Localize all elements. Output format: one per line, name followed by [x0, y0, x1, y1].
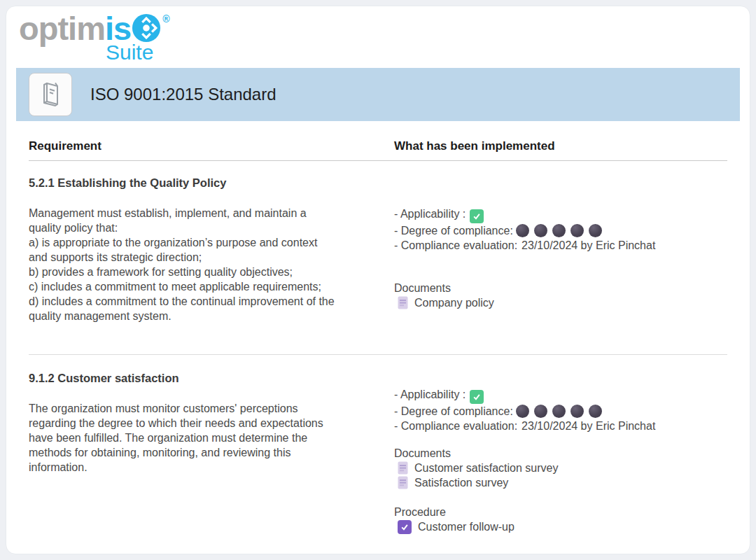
- requirement-row-912: 9.1.2 Customer satisfaction The organiza…: [29, 355, 727, 547]
- applicability-line: - Applicability :: [394, 387, 727, 404]
- page-title: ISO 9001:2015 Standard: [90, 85, 276, 104]
- compliance-dot: [570, 224, 584, 237]
- logo-suite-text: Suite: [106, 42, 750, 63]
- procedure-label: Procedure: [394, 505, 727, 519]
- applicability-checkbox[interactable]: [470, 209, 484, 223]
- applicability-checkbox[interactable]: [470, 390, 484, 404]
- requirement-cell: 5.2.1 Establishing the Quality Policy Ma…: [29, 176, 394, 323]
- document-icon: [398, 461, 408, 475]
- document-icon: [398, 476, 408, 489]
- compliance-dot: [552, 224, 566, 237]
- compass-icon: [131, 13, 161, 44]
- evaluation-value: 23/10/2024 by Eric Pinchat: [522, 420, 655, 432]
- degree-line: - Degree of compliance:: [394, 223, 727, 238]
- compliance-dot: [534, 224, 547, 237]
- registered-mark: ®: [162, 13, 169, 24]
- requirement-cell: 9.1.2 Customer satisfaction The organiza…: [29, 372, 394, 534]
- compliance-dot: [589, 224, 602, 237]
- compliance-dot: [516, 224, 529, 237]
- procedure-block: Procedure Customer follow-up: [394, 505, 727, 534]
- evaluation-label: - Compliance evaluation:: [394, 420, 517, 432]
- evaluation-line: - Compliance evaluation:23/10/2024 by Er…: [394, 238, 727, 253]
- procedure-name: Customer follow-up: [418, 521, 514, 533]
- document-link[interactable]: Satisfaction survey: [394, 475, 727, 490]
- procedure-check-icon: [398, 520, 412, 534]
- applicability-label: - Applicability :: [394, 208, 465, 220]
- compliance-dot: [589, 405, 602, 418]
- compliance-dot: [570, 405, 584, 418]
- documents-block: Documents Customer satisfaction survey S…: [394, 446, 727, 490]
- documents-block: Documents Company policy: [394, 281, 727, 310]
- documents-label: Documents: [394, 281, 727, 295]
- procedure-link[interactable]: Customer follow-up: [394, 519, 727, 534]
- document-name: Company policy: [414, 297, 494, 309]
- logo-text-optim: optim: [19, 13, 105, 44]
- requirement-body: The organization must monitor customers'…: [29, 401, 394, 475]
- degree-label: - Degree of compliance:: [394, 405, 513, 417]
- app-logo: optim is ® Suite: [6, 6, 750, 68]
- degree-label: - Degree of compliance:: [394, 225, 513, 237]
- requirement-heading: 5.2.1 Establishing the Quality Policy: [29, 176, 394, 190]
- applicability-line: - Applicability :: [394, 206, 727, 223]
- evaluation-line: - Compliance evaluation:23/10/2024 by Er…: [394, 419, 727, 433]
- requirement-row-521: 5.2.1 Establishing the Quality Policy Ma…: [29, 161, 727, 354]
- implemented-cell: - Applicability : - Degree of compliance…: [394, 372, 727, 534]
- document-name: Customer satisfaction survey: [414, 462, 558, 475]
- evaluation-label: - Compliance evaluation:: [394, 239, 517, 251]
- compliance-dot: [516, 405, 529, 418]
- book-icon: [29, 73, 72, 116]
- column-header-requirement: Requirement: [29, 139, 394, 153]
- compliance-dot: [552, 405, 566, 418]
- applicability-label: - Applicability :: [394, 388, 465, 400]
- degree-line: - Degree of compliance:: [394, 404, 727, 419]
- table-header-row: Requirement What has been implemented: [29, 139, 727, 161]
- compliance-dots: [516, 225, 607, 237]
- compliance-dots: [516, 405, 607, 417]
- document-icon: [398, 296, 408, 309]
- requirement-body: Management must establish, implement, an…: [29, 206, 394, 323]
- logo-text-is: is: [105, 13, 131, 44]
- app-window: optim is ® Suite: [6, 6, 750, 554]
- evaluation-value: 23/10/2024 by Eric Pinchat: [522, 239, 655, 251]
- document-name: Satisfaction survey: [414, 477, 508, 489]
- implemented-cell: - Applicability : - Degree of compliance…: [394, 176, 727, 323]
- column-header-implemented: What has been implemented: [394, 139, 727, 153]
- documents-label: Documents: [394, 446, 727, 461]
- document-link[interactable]: Customer satisfaction survey: [394, 461, 727, 475]
- document-link[interactable]: Company policy: [394, 295, 727, 310]
- requirement-heading: 9.1.2 Customer satisfaction: [29, 372, 394, 385]
- compliance-dot: [534, 405, 547, 418]
- standard-header-banner: ISO 9001:2015 Standard: [16, 68, 740, 121]
